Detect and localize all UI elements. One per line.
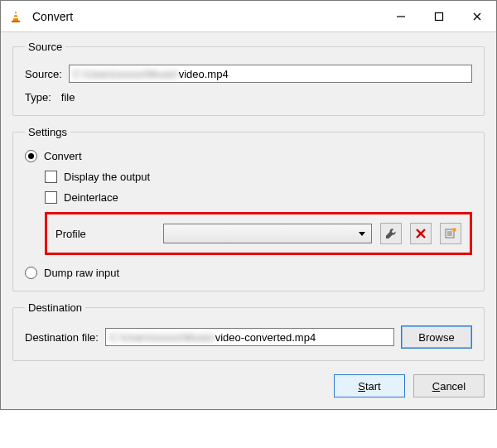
destination-path-visible: video-converted.mp4 — [215, 331, 316, 344]
destination-path-prefix: C:\Users\xxxxx\Music\ — [109, 331, 215, 344]
destination-legend: Destination — [25, 301, 85, 314]
profile-row-highlight: Profile — [45, 212, 472, 255]
type-label: Type: — [25, 91, 51, 104]
settings-group: Settings Convert Display the output Dein… — [12, 126, 485, 291]
window-minimize-button[interactable] — [382, 1, 420, 32]
cancel-button-label: Cancel — [432, 380, 466, 393]
destination-label: Destination file: — [25, 331, 99, 344]
source-legend: Source — [25, 41, 65, 53]
svg-marker-8 — [359, 232, 365, 236]
dialog-body: Source Source: C:\Users\xxxxx\Music\ vid… — [1, 32, 496, 409]
destination-group: Destination Destination file: C:\Users\x… — [12, 301, 485, 361]
profile-combobox[interactable] — [163, 224, 372, 243]
svg-rect-3 — [12, 21, 20, 22]
display-output-checkbox-row[interactable]: Display the output — [45, 171, 472, 183]
deinterlace-label: Deinterlace — [64, 191, 118, 204]
svg-rect-2 — [13, 17, 19, 18]
dump-raw-label: Dump raw input — [44, 267, 119, 279]
x-icon — [415, 228, 427, 239]
svg-point-15 — [452, 228, 456, 231]
window-title: Convert — [31, 10, 382, 23]
start-button-label: Start — [358, 380, 380, 393]
source-path-visible: video.mp4 — [179, 68, 229, 80]
display-output-label: Display the output — [64, 171, 150, 183]
source-path-prefix: C:\Users\xxxxx\Music\ — [73, 68, 179, 80]
profile-label: Profile — [55, 228, 155, 240]
deinterlace-checkbox-row[interactable]: Deinterlace — [45, 191, 472, 204]
dump-raw-radio[interactable] — [25, 267, 37, 279]
window-close-button[interactable] — [458, 1, 496, 32]
titlebar: Convert — [1, 1, 496, 32]
destination-input[interactable]: C:\Users\xxxxx\Music\ video-converted.mp… — [105, 328, 394, 346]
dialog-footer: Start Cancel — [12, 371, 485, 397]
new-list-icon — [444, 227, 457, 240]
svg-rect-1 — [13, 13, 18, 15]
wrench-icon — [384, 227, 398, 240]
display-output-checkbox[interactable] — [45, 171, 57, 183]
source-label: Source: — [25, 68, 62, 80]
type-value: file — [61, 91, 75, 104]
vlc-cone-icon — [1, 9, 31, 24]
window-maximize-button[interactable] — [420, 1, 458, 32]
convert-radio-label: Convert — [44, 150, 82, 162]
delete-profile-button[interactable] — [410, 223, 432, 244]
chevron-down-icon — [358, 229, 366, 238]
svg-rect-5 — [436, 12, 443, 20]
convert-radio[interactable] — [25, 150, 37, 162]
start-button[interactable]: Start — [334, 374, 405, 397]
edit-profile-button[interactable] — [380, 223, 402, 244]
svg-marker-0 — [13, 11, 19, 21]
settings-legend: Settings — [25, 126, 70, 138]
convert-radio-row[interactable]: Convert — [25, 150, 472, 162]
deinterlace-checkbox[interactable] — [45, 191, 57, 204]
convert-dialog: Convert Source Source: C:\Users\xxxxx\Mu… — [0, 0, 497, 410]
cancel-button[interactable]: Cancel — [413, 374, 485, 397]
source-input[interactable]: C:\Users\xxxxx\Music\ video.mp4 — [69, 65, 472, 83]
dump-raw-radio-row[interactable]: Dump raw input — [25, 267, 472, 279]
browse-button-label: Browse — [418, 331, 454, 344]
browse-button[interactable]: Browse — [401, 325, 472, 349]
new-profile-button[interactable] — [440, 223, 461, 244]
source-group: Source Source: C:\Users\xxxxx\Music\ vid… — [12, 41, 485, 116]
